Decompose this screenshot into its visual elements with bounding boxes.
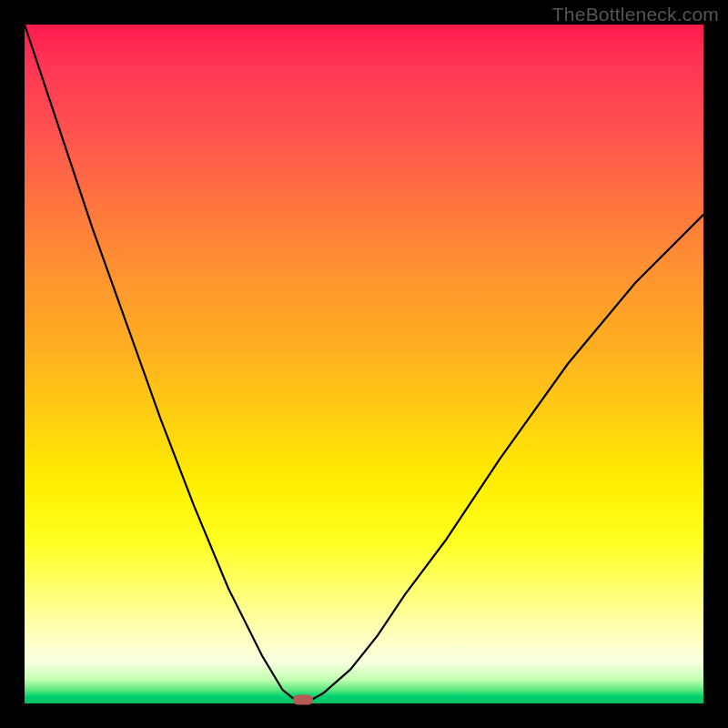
curve-svg [25, 25, 703, 703]
bottleneck-curve-path [25, 25, 703, 703]
optimal-point-marker [293, 695, 313, 705]
watermark-text: TheBottleneck.com [552, 4, 719, 25]
plot-area [25, 25, 703, 703]
chart-frame: TheBottleneck.com [0, 0, 728, 728]
